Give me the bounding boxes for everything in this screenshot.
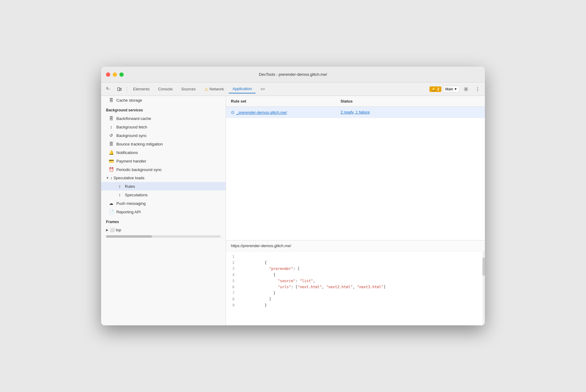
main-target-selector[interactable]: Main ▼: [443, 86, 459, 93]
sidebar-item-back-forward-cache[interactable]: 🗄 Back/forward cache: [101, 114, 226, 123]
code-line-9: 9 }: [226, 303, 485, 309]
ruleset-icon: ⊙: [231, 110, 235, 115]
reporting-api-icon: 📄: [108, 209, 114, 214]
toolbar-divider: [127, 86, 127, 92]
sidebar-item-bounce-tracking[interactable]: 🗄 Bounce tracking mitigation: [101, 140, 226, 148]
traffic-lights: [106, 72, 124, 77]
expand-arrow-icon: ▼: [106, 176, 109, 180]
main-panel: Rule set Status ⊙ _prerender-demos.glitc…: [226, 96, 485, 325]
tab-application[interactable]: Application: [229, 85, 256, 93]
svg-point-4: [465, 88, 467, 90]
frames-label: Frames: [101, 216, 226, 226]
inspect-element-icon[interactable]: [104, 85, 113, 93]
sidebar-item-background-fetch[interactable]: ↕ Background fetch: [101, 123, 226, 131]
tab-elements[interactable]: Elements: [129, 85, 153, 93]
code-line-5: 5 "source": "list",: [226, 278, 485, 284]
sidebar-item-reporting-api[interactable]: 📄 Reporting API: [101, 208, 226, 216]
tab-console[interactable]: Console: [154, 85, 176, 93]
ruleset-link[interactable]: _prerender-demos.glitch.me/: [236, 110, 287, 115]
speculations-icon: ↕: [117, 192, 122, 197]
code-line-6: 6 "urls": ["next.html", "next2.html", "n…: [226, 284, 485, 290]
sidebar-item-periodic-bg-sync[interactable]: ⏰ Periodic background sync: [101, 165, 226, 174]
more-options-icon[interactable]: [473, 85, 482, 93]
code-line-2: 2 {: [226, 260, 485, 266]
background-fetch-icon: ↕: [108, 124, 114, 129]
col-ruleset-header: Rule set: [226, 96, 336, 107]
status-link[interactable]: 2 ready, 1 failure: [341, 110, 370, 114]
sidebar-item-payment-handler[interactable]: 💳 Payment handler: [101, 157, 226, 165]
sidebar-item-cache-storage[interactable]: 🗄 Cache storage: [101, 96, 226, 104]
table-row[interactable]: ⊙ _prerender-demos.glitch.me/ 2 ready, 1…: [226, 107, 485, 118]
code-url: https://prerender-demos.glitch.me/: [226, 240, 485, 251]
code-line-7: 7 }: [226, 290, 485, 296]
periodic-bg-sync-icon: ⏰: [108, 167, 114, 172]
sidebar-item-speculations[interactable]: ↕ Speculations: [101, 191, 226, 199]
network-warning-icon: ⚠: [204, 87, 208, 92]
sidebar-item-speculative-loads[interactable]: ▼ ↕ Speculative loads: [101, 174, 226, 182]
toolbar-right: 🔔 2 Main ▼: [429, 85, 482, 93]
back-forward-cache-icon: 🗄: [108, 116, 114, 121]
device-toolbar-icon[interactable]: [115, 85, 124, 93]
bg-services-label: Background services: [101, 104, 226, 114]
svg-rect-3: [120, 88, 121, 90]
cache-storage-icon: 🗄: [108, 98, 114, 103]
sidebar-horizontal-scrollbar[interactable]: [106, 235, 221, 238]
toolbar: Elements Console Sources ⚠ Network Appli…: [101, 82, 485, 96]
frames-arrow-icon: ▶: [106, 228, 108, 232]
window-title: DevTools - prerender-demos.glitch.me/: [259, 72, 327, 77]
svg-point-5: [477, 87, 478, 88]
background-sync-icon: ↺: [108, 133, 114, 138]
main-content: 🗄 Cache storage Background services 🗄 Ba…: [101, 96, 485, 325]
titlebar: DevTools - prerender-demos.glitch.me/: [101, 67, 485, 82]
tab-sources[interactable]: Sources: [178, 85, 199, 93]
code-line-8: 8 ]: [226, 296, 485, 303]
table-header: Rule set Status: [226, 96, 485, 107]
code-content[interactable]: 1 2 { 3 "prerender": [ 4: [226, 251, 485, 325]
maximize-button[interactable]: [119, 72, 124, 77]
sidebar: 🗄 Cache storage Background services 🗄 Ba…: [101, 96, 226, 325]
close-button[interactable]: [106, 72, 110, 77]
payment-handler-icon: 💳: [108, 159, 114, 163]
error-badge[interactable]: 🔔 2: [429, 86, 441, 92]
push-messaging-icon: ☁: [108, 201, 114, 206]
svg-point-6: [477, 89, 478, 89]
sidebar-item-notifications[interactable]: 🔔 Notifications: [101, 148, 226, 157]
code-scrollbar-thumb[interactable]: [482, 257, 485, 276]
notifications-icon: 🔔: [108, 150, 114, 155]
sidebar-item-frames-top[interactable]: ▶ ⬜ top: [101, 226, 226, 234]
minimize-button[interactable]: [113, 72, 117, 77]
td-status: 2 ready, 1 failure: [336, 107, 485, 118]
sidebar-scrollbar-thumb: [106, 235, 152, 238]
speculative-loads-icon: ↕: [110, 176, 112, 180]
devtools-window: DevTools - prerender-demos.glitch.me/ El…: [101, 67, 485, 325]
col-status-header: Status: [336, 96, 485, 107]
svg-rect-0: [107, 87, 108, 89]
sidebar-item-rules[interactable]: ↕ Rules: [101, 182, 226, 191]
sidebar-item-push-messaging[interactable]: ☁ Push messaging: [101, 199, 226, 208]
svg-point-7: [477, 90, 478, 91]
tab-network[interactable]: ⚠ Network: [201, 85, 228, 93]
settings-icon[interactable]: [461, 85, 471, 93]
table-body: ⊙ _prerender-demos.glitch.me/ 2 ready, 1…: [226, 107, 485, 240]
rules-panel: Rule set Status ⊙ _prerender-demos.glitc…: [226, 96, 485, 240]
tab-more[interactable]: >>: [257, 85, 269, 93]
code-line-3: 3 "prerender": [: [226, 266, 485, 272]
sidebar-item-background-sync[interactable]: ↺ Background sync: [101, 131, 226, 140]
code-scrollbar-track: [482, 251, 485, 325]
code-panel: https://prerender-demos.glitch.me/ 1 2 {…: [226, 240, 485, 325]
frame-icon: ⬜: [110, 228, 115, 232]
bounce-tracking-icon: 🗄: [108, 142, 114, 146]
td-ruleset: ⊙ _prerender-demos.glitch.me/: [226, 107, 336, 118]
code-line-1: 1: [226, 254, 485, 260]
rules-icon: ↕: [117, 184, 122, 189]
svg-rect-2: [118, 88, 120, 91]
code-line-4: 4 {: [226, 272, 485, 278]
